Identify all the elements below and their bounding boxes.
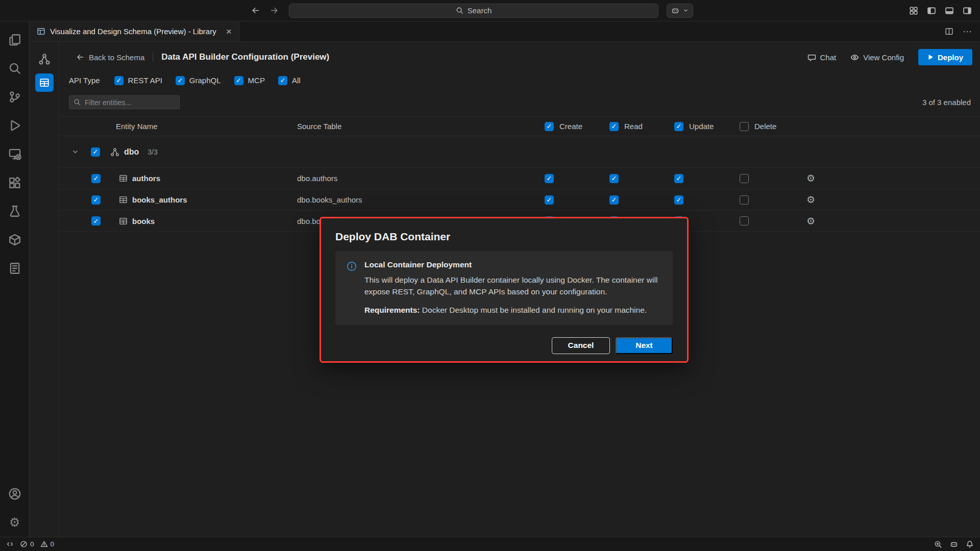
search-icon: [456, 7, 463, 14]
cancel-button[interactable]: Cancel: [552, 337, 610, 354]
command-center-search[interactable]: Search: [289, 4, 658, 18]
create-all-checkbox[interactable]: [545, 122, 554, 131]
delete-checkbox[interactable]: [740, 174, 749, 183]
dab-config-view-button[interactable]: [35, 73, 54, 92]
table-row: books_authors dbo.books_authors ⚙: [59, 189, 980, 210]
api-type-label: API Type: [69, 76, 100, 85]
entity-name: books: [132, 217, 155, 226]
group-checkbox[interactable]: [91, 147, 100, 157]
api-option-all[interactable]: All: [278, 76, 301, 85]
col-update: Update: [674, 122, 740, 131]
tab-title: Visualize and Design Schema (Preview) - …: [50, 27, 216, 36]
status-bar: 0 0: [0, 537, 980, 551]
split-editor-icon[interactable]: [945, 27, 953, 36]
table-icon: [119, 195, 128, 204]
forward-arrow-icon[interactable]: [270, 6, 279, 15]
row-settings-gear-icon[interactable]: ⚙: [806, 194, 815, 205]
delete-all-checkbox[interactable]: [740, 122, 749, 131]
back-to-schema-link[interactable]: Back to Schema: [76, 53, 144, 62]
toggle-panel-bottom-icon[interactable]: [945, 6, 954, 15]
header-divider: [153, 53, 153, 62]
col-delete: Delete: [740, 122, 806, 131]
api-option-mcp[interactable]: MCP: [234, 76, 265, 85]
toggle-panel-left-icon[interactable]: [927, 6, 936, 15]
deploy-button[interactable]: Deploy: [918, 49, 972, 65]
config-header: Back to Schema Data API Builder Configur…: [76, 48, 972, 66]
delete-checkbox[interactable]: [740, 195, 749, 205]
update-checkbox[interactable]: [674, 195, 683, 205]
entities-table: Entity Name Source Table Create Read: [59, 116, 980, 232]
problems-warnings[interactable]: 0: [40, 540, 55, 548]
statusbar-right: [934, 540, 974, 548]
more-actions-icon[interactable]: ⋯: [963, 27, 972, 36]
warning-icon: [40, 540, 48, 548]
explorer-icon[interactable]: [0, 26, 30, 54]
tab-visualize-design-schema[interactable]: Visualize and Design Schema (Preview) - …: [30, 21, 239, 41]
toggle-panel-right-icon[interactable]: [963, 6, 972, 15]
row-settings-gear-icon[interactable]: ⚙: [806, 215, 815, 227]
error-icon: [20, 540, 28, 548]
read-checkbox[interactable]: [609, 195, 619, 205]
copilot-menu-button[interactable]: [667, 4, 693, 18]
workbench: ⚙ Visualize and Design Schema (Preview) …: [0, 21, 980, 537]
info-icon: [347, 261, 357, 316]
notebook-icon[interactable]: [0, 254, 30, 283]
api-option-rest[interactable]: REST API: [114, 76, 162, 85]
create-checkbox[interactable]: [545, 195, 554, 205]
source-control-icon[interactable]: [0, 83, 30, 111]
zoom-icon[interactable]: [934, 540, 942, 548]
schema-group-row: dbo 3/3: [59, 136, 980, 167]
rest-api-checkbox[interactable]: [114, 76, 124, 85]
schema-view-icon[interactable]: [38, 53, 51, 65]
remote-indicator[interactable]: [6, 540, 14, 548]
mcp-checkbox[interactable]: [234, 76, 243, 85]
remote-explorer-icon[interactable]: [0, 140, 30, 168]
delete-checkbox[interactable]: [740, 216, 749, 226]
package-icon[interactable]: [0, 226, 30, 254]
titlebar: Search: [0, 0, 980, 21]
testing-icon[interactable]: [0, 197, 30, 226]
enabled-count: 3 of 3 enabled: [922, 98, 971, 107]
info-panel: Local Container Deployment This will dep…: [335, 251, 673, 325]
row-checkbox[interactable]: [91, 174, 101, 183]
row-checkbox[interactable]: [91, 195, 101, 205]
table-icon: [119, 174, 128, 183]
tab-close-icon[interactable]: ×: [226, 27, 232, 36]
next-button[interactable]: Next: [616, 337, 673, 354]
col-entity-name: Entity Name: [59, 122, 297, 131]
search-sidebar-icon[interactable]: [0, 54, 30, 83]
play-icon: [927, 54, 934, 60]
view-config-button[interactable]: View Config: [850, 53, 904, 62]
update-checkbox[interactable]: [674, 174, 683, 183]
chat-icon: [807, 53, 816, 62]
notifications-bell-icon[interactable]: [966, 540, 974, 548]
problems-errors[interactable]: 0: [20, 540, 34, 548]
extensions-icon[interactable]: [0, 168, 30, 197]
run-debug-icon[interactable]: [0, 111, 30, 140]
group-expand-chevron-icon[interactable]: [71, 148, 79, 156]
all-checkbox[interactable]: [278, 76, 287, 85]
back-arrow-icon[interactable]: [251, 6, 260, 15]
warning-count: 0: [51, 540, 55, 548]
entity-name: books_authors: [132, 195, 187, 204]
customize-layout-icon[interactable]: [909, 6, 918, 15]
api-type-row: API Type REST API GraphQL MCP: [69, 73, 980, 87]
accounts-icon[interactable]: [0, 480, 30, 508]
read-checkbox[interactable]: [609, 174, 619, 183]
update-all-checkbox[interactable]: [674, 122, 683, 131]
schema-icon: [110, 147, 119, 157]
create-checkbox[interactable]: [545, 174, 554, 183]
filter-entities-input[interactable]: [69, 95, 180, 109]
row-checkbox[interactable]: [91, 216, 101, 226]
settings-gear-icon[interactable]: ⚙: [0, 508, 30, 537]
header-actions: Chat View Config: [807, 49, 972, 65]
eye-icon: [850, 53, 859, 62]
api-option-graphql[interactable]: GraphQL: [176, 76, 221, 85]
source-table: dbo.authors: [297, 174, 545, 183]
graphql-checkbox[interactable]: [176, 76, 185, 85]
chat-button[interactable]: Chat: [807, 53, 837, 62]
row-settings-gear-icon[interactable]: ⚙: [806, 172, 815, 184]
filter-entities-field: [69, 95, 180, 109]
read-all-checkbox[interactable]: [609, 122, 619, 131]
copilot-status-icon[interactable]: [950, 540, 958, 548]
